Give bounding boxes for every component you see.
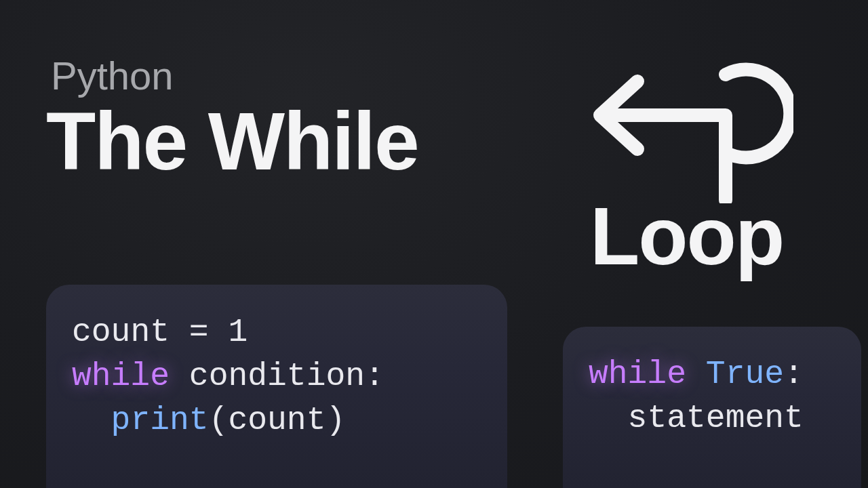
token-paren-close: ) (326, 402, 345, 439)
code-line-1: count = 1 (72, 310, 481, 354)
token-argument: count (228, 402, 326, 439)
subtitle-text: Python (51, 53, 174, 98)
token-equals: = (170, 314, 228, 350)
token-condition: condition (170, 358, 365, 394)
code-line-2: statement (589, 396, 841, 441)
token-function-print: print (111, 402, 209, 439)
slide: Python The While Loop count = 1 while co… (0, 0, 868, 488)
token-keyword-while: while (589, 356, 686, 392)
token-space (686, 356, 706, 392)
code-block-left: count = 1 while condition: print(count) (46, 285, 507, 488)
token-keyword-while: while (72, 358, 170, 394)
code-block-right: while True: statement (563, 327, 861, 488)
token-colon: : (365, 358, 384, 394)
token-variable: count (72, 314, 170, 350)
token-number: 1 (228, 314, 248, 350)
token-bool-true: True (706, 356, 784, 392)
title-part-2: Loop (590, 195, 783, 277)
code-line-3: print(count) (72, 399, 481, 443)
token-colon: : (784, 356, 804, 392)
loop-arrow-icon (563, 34, 793, 203)
token-paren-open: ( (209, 402, 229, 439)
code-line-1: while True: (589, 352, 841, 396)
title-part-1: The While (46, 100, 418, 182)
code-line-2: while condition: (72, 354, 481, 399)
token-statement: statement (628, 400, 804, 436)
